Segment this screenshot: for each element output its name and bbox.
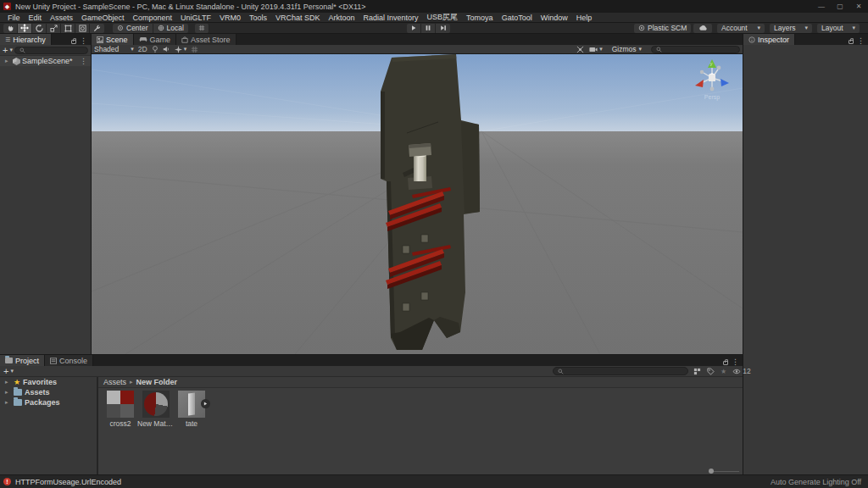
lock-icon[interactable] — [849, 40, 854, 44]
kebab-menu-icon[interactable]: ⋮ — [732, 358, 739, 366]
tree-item-favorites[interactable]: ▸ ★ Favorites — [0, 377, 97, 387]
tab-inspector[interactable]: Inspector — [743, 34, 795, 45]
scene-toolbar: Shaded ▾ 2D ▾ ▾ Gizmos ▾ — [92, 45, 743, 54]
search-by-label-icon[interactable] — [707, 368, 715, 375]
chevron-down-icon[interactable]: ▾ — [10, 368, 14, 374]
scene-search-input[interactable] — [651, 46, 740, 53]
tab-scene[interactable]: Scene — [92, 34, 134, 45]
menu-tomoya[interactable]: Tomoya — [462, 14, 498, 22]
hierarchy-tab-label: Hierarchy — [13, 36, 46, 44]
pause-button[interactable] — [421, 24, 436, 33]
project-content-grid[interactable]: cross2 New Mater... tate — [98, 388, 743, 475]
menu-radial-inventory[interactable]: Radial Inventory — [359, 14, 423, 22]
scene-orientation-gizmo[interactable]: y Persp — [688, 54, 736, 105]
asset-tile-tate[interactable]: tate — [173, 391, 210, 428]
rect-tool-icon[interactable] — [61, 24, 75, 33]
add-gameobject-button[interactable]: + — [3, 47, 8, 54]
tab-game[interactable]: Game — [134, 34, 177, 45]
menu-assets[interactable]: Assets — [46, 14, 77, 22]
status-bar: ! HTTPFormUseage.UrlEncoded Auto Generat… — [0, 474, 868, 488]
menu-edit[interactable]: Edit — [25, 14, 47, 22]
maximize-icon[interactable]: ▢ — [831, 3, 849, 10]
hand-tool-icon[interactable] — [3, 24, 18, 33]
breadcrumb-current[interactable]: New Folder — [136, 378, 178, 386]
search-by-type-icon[interactable] — [693, 368, 701, 375]
expand-arrow-icon[interactable]: ▸ — [5, 58, 11, 64]
chevron-down-icon[interactable]: ▾ — [9, 47, 13, 53]
favorites-search-icon[interactable]: ★ — [721, 368, 726, 375]
chevron-down-icon: ▾ — [804, 25, 808, 31]
menu-window[interactable]: Window — [537, 14, 572, 22]
2d-toggle[interactable]: 2D — [138, 45, 147, 53]
menu-help[interactable]: Help — [572, 14, 597, 22]
kebab-menu-icon[interactable]: ⋮ — [80, 57, 91, 65]
tab-console[interactable]: Console — [45, 355, 93, 366]
gizmos-dropdown[interactable]: Gizmos ▾ — [608, 46, 646, 53]
lock-icon[interactable] — [71, 40, 76, 44]
scale-tool-icon[interactable] — [47, 24, 61, 33]
hidden-packages-toggle[interactable]: 12 — [732, 367, 750, 375]
tab-project[interactable]: Project — [0, 355, 45, 366]
menu-component[interactable]: Component — [129, 14, 177, 22]
layers-label: Layers — [774, 24, 796, 32]
move-tool-icon[interactable] — [18, 24, 32, 33]
layout-dropdown[interactable]: Layout ▾ — [817, 24, 860, 33]
lock-icon[interactable] — [723, 361, 728, 365]
auto-generate-lighting-status[interactable]: Auto Generate Lighting Off — [771, 478, 861, 486]
menu-usb[interactable]: USB尻尾 — [423, 12, 463, 23]
collab-cloud-icon[interactable] — [693, 24, 712, 33]
plastic-scm-button[interactable]: Plastic SCM — [634, 24, 691, 33]
asset-tile-new-material[interactable]: New Mater... — [137, 391, 175, 428]
tab-asset-store[interactable]: Asset Store — [176, 34, 236, 45]
account-dropdown[interactable]: Account ▾ — [717, 24, 765, 33]
menu-unigltf[interactable]: UniGLTF — [176, 14, 215, 22]
grid-snap-icon[interactable] — [195, 24, 209, 33]
layers-dropdown[interactable]: Layers ▾ — [770, 24, 812, 33]
kebab-menu-icon[interactable]: ⋮ — [80, 36, 87, 45]
tree-item-assets[interactable]: ▸ Assets — [0, 387, 97, 397]
chevron-down-icon: ▾ — [131, 46, 134, 53]
custom-tool-icon[interactable] — [90, 24, 104, 33]
transform-tool-icon[interactable] — [75, 24, 90, 33]
menu-arktoon[interactable]: Arktoon — [325, 14, 359, 22]
gizmo-center-cube — [709, 75, 715, 81]
tree-item-packages[interactable]: ▸ Packages — [0, 397, 97, 408]
grid-visibility-icon[interactable] — [191, 46, 198, 53]
menu-gameobject[interactable]: GameObject — [77, 14, 129, 22]
hierarchy-search-input[interactable] — [14, 47, 88, 54]
play-button[interactable] — [407, 24, 421, 33]
pivot-toggle-button[interactable]: Center — [113, 24, 153, 33]
menu-vrchat-sdk[interactable]: VRChat SDK — [271, 14, 325, 22]
shading-mode-dropdown[interactable]: Shaded ▾ — [94, 45, 134, 53]
breadcrumb-assets[interactable]: Assets — [103, 378, 126, 386]
rotate-tool-icon[interactable] — [32, 24, 47, 33]
minimize-icon[interactable]: — — [812, 3, 831, 10]
create-asset-button[interactable]: + — [3, 368, 8, 375]
close-icon[interactable]: ✕ — [849, 3, 868, 10]
audio-toggle-icon[interactable] — [163, 46, 170, 53]
step-button[interactable] — [436, 24, 450, 33]
expand-arrow-icon[interactable]: ▸ — [5, 389, 11, 396]
menu-file[interactable]: File — [3, 14, 25, 22]
effects-dropdown[interactable]: ▾ — [175, 46, 187, 53]
asset-tile-cross2[interactable]: cross2 — [102, 391, 139, 428]
scene-tabstrip: Scene Game Asset Store — [92, 34, 743, 45]
lighting-toggle-icon[interactable] — [152, 46, 159, 53]
space-toggle-button[interactable]: Local — [153, 24, 188, 33]
scene-tools-icon[interactable] — [576, 46, 584, 53]
menu-vrm0[interactable]: VRM0 — [215, 14, 245, 22]
project-search-input[interactable] — [553, 367, 688, 375]
expand-arrow-icon[interactable]: ▸ — [5, 399, 11, 406]
status-message[interactable]: HTTPFormUseage.UrlEncoded — [15, 478, 121, 486]
hierarchy-item-scene[interactable]: ▸ SampleScene* ⋮ — [0, 56, 91, 66]
scene-viewport[interactable]: y Persp — [92, 54, 743, 354]
menu-tools[interactable]: Tools — [245, 14, 271, 22]
expand-arrow-icon[interactable]: ▸ — [5, 379, 11, 385]
thumbnail-size-slider[interactable] — [709, 469, 739, 474]
prefab-expand-badge[interactable] — [201, 399, 210, 408]
scene-camera-dropdown[interactable]: ▾ — [589, 46, 603, 53]
tab-hierarchy[interactable]: ☰ Hierarchy — [0, 34, 52, 45]
kebab-menu-icon[interactable]: ⋮ — [857, 36, 865, 45]
slider-handle[interactable] — [709, 469, 714, 474]
menu-gatotool[interactable]: GatoTool — [498, 14, 537, 22]
